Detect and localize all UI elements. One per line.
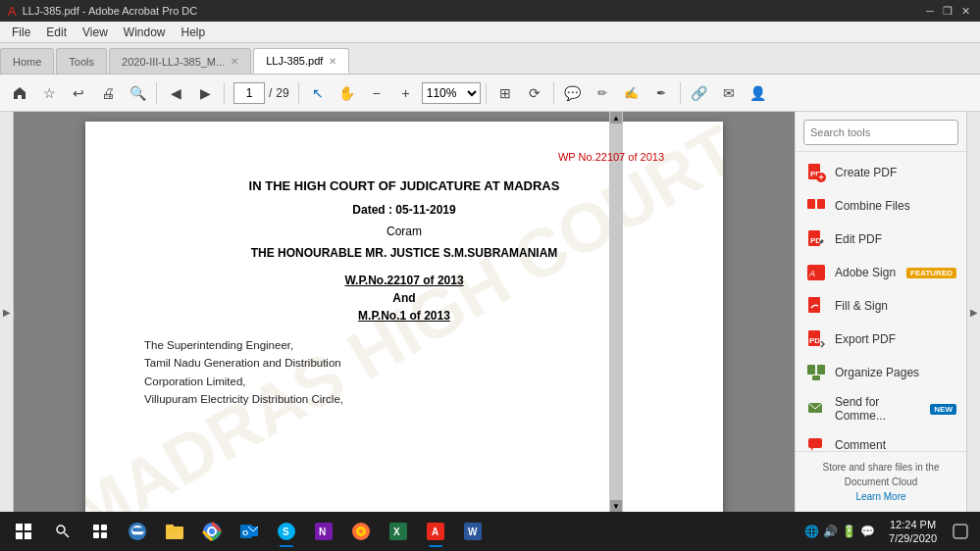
page-input[interactable] xyxy=(233,82,265,104)
svg-point-18 xyxy=(57,526,65,533)
svg-rect-24 xyxy=(166,526,183,539)
menu-file[interactable]: File xyxy=(4,24,38,41)
task-view-btn[interactable] xyxy=(82,514,118,549)
svg-rect-20 xyxy=(93,525,99,530)
toolbar-zoom-in-btn[interactable]: + xyxy=(392,79,420,107)
fill-sign-icon xyxy=(805,295,827,317)
toolbar-highlight-btn[interactable]: ✏ xyxy=(589,79,616,107)
taskbar-notification-area[interactable] xyxy=(945,514,976,549)
tab-home[interactable]: Home xyxy=(0,48,54,74)
organize-pages-icon xyxy=(805,362,827,383)
tray-battery-icon[interactable]: 🔋 xyxy=(842,525,856,538)
toolbar-prev-page-btn[interactable]: ◀ xyxy=(162,79,189,107)
menu-edit[interactable]: Edit xyxy=(38,24,75,41)
pdf-line-3: Corporation Limited, xyxy=(144,373,664,390)
menu-window[interactable]: Window xyxy=(116,24,174,41)
right-panel-toggle[interactable]: ▶ xyxy=(966,112,980,512)
svg-text:O: O xyxy=(242,528,248,537)
tray-notification-icon[interactable]: 💬 xyxy=(860,525,875,538)
toolbar-select-tool[interactable]: ↖ xyxy=(304,79,332,107)
taskbar-app-excel[interactable]: X xyxy=(381,514,416,549)
taskbar-search-btn[interactable] xyxy=(45,514,80,549)
tool-combine-files[interactable]: Combine Files xyxy=(796,189,966,223)
clock-date: 7/29/2020 xyxy=(889,531,937,545)
toolbar-print-btn[interactable]: 🖨 xyxy=(94,79,122,107)
tool-export-pdf[interactable]: PDF Export PDF xyxy=(796,323,966,356)
toolbar-home-btn[interactable] xyxy=(6,79,33,107)
minimize-button[interactable]: ─ xyxy=(923,4,937,18)
tab-llj-long[interactable]: 2020-III-LLJ-385_M... ✕ xyxy=(109,48,251,74)
svg-line-19 xyxy=(65,533,70,538)
tab-llj-long-close[interactable]: ✕ xyxy=(231,56,238,67)
tray-network-icon[interactable]: 🌐 xyxy=(804,525,819,538)
menu-help[interactable]: Help xyxy=(174,24,214,41)
tool-create-pdf[interactable]: PDF + Create PDF xyxy=(796,156,966,189)
tool-organize-pages[interactable]: Organize Pages xyxy=(796,356,966,389)
taskbar-app-word[interactable]: W xyxy=(455,514,490,549)
toolbar-user-btn[interactable]: 👤 xyxy=(745,79,772,107)
export-pdf-icon: PDF xyxy=(805,328,827,350)
tab-tools[interactable]: Tools xyxy=(56,48,107,74)
title-bar: A LLJ-385.pdf - Adobe Acrobat Pro DC ─ ❒… xyxy=(0,0,980,22)
maximize-button[interactable]: ❒ xyxy=(941,4,954,18)
toolbar: ☆ ↩ 🖨 🔍 ◀ ▶ / 29 ↖ ✋ − + 110% 100% 75% 5… xyxy=(0,75,980,112)
footer-learn-more-link[interactable]: Learn More xyxy=(855,491,905,502)
combine-files-label: Combine Files xyxy=(835,199,956,213)
tab-bar: Home Tools 2020-III-LLJ-385_M... ✕ LLJ-3… xyxy=(0,43,980,75)
toolbar-zoom-out-btn[interactable]: − xyxy=(363,79,390,107)
toolbar-sep-5 xyxy=(553,82,554,104)
taskbar-app-outlook[interactable]: O xyxy=(232,514,267,549)
pdf-coram: Coram xyxy=(144,225,664,238)
toolbar-comment-btn[interactable]: 💬 xyxy=(559,79,587,107)
scroll-down-btn[interactable]: ▼ xyxy=(610,500,622,512)
window-controls[interactable]: ─ ❒ ✕ xyxy=(923,4,972,18)
tool-send-for-comment[interactable]: Send for Comme... NEW xyxy=(796,389,966,428)
toolbar-redact-btn[interactable]: ✒ xyxy=(647,79,675,107)
toolbar-more-btn[interactable]: 🔗 xyxy=(686,79,713,107)
svg-text:A: A xyxy=(808,269,815,278)
taskbar-app-explorer[interactable] xyxy=(157,514,192,549)
tray-volume-icon[interactable]: 🔊 xyxy=(823,525,838,538)
search-tools-section xyxy=(796,112,966,152)
taskbar-app-skype[interactable]: S xyxy=(269,514,304,549)
page-sep: / xyxy=(269,86,272,100)
toolbar-share-btn[interactable]: ✉ xyxy=(715,79,743,107)
zoom-select[interactable]: 110% 100% 75% 50% 125% 150% xyxy=(422,82,481,104)
pdf-area: MADRAS HIGH COURT WP No.22107 of 2013 IN… xyxy=(14,112,795,512)
taskbar-app-firefox[interactable] xyxy=(343,514,379,549)
taskbar-clock[interactable]: 12:24 PM 7/29/2020 xyxy=(883,518,943,546)
taskbar-app-edge[interactable] xyxy=(120,514,155,549)
menu-view[interactable]: View xyxy=(75,24,116,41)
toolbar-back-btn[interactable]: ↩ xyxy=(65,79,92,107)
pdf-court-title: IN THE HIGH COURT OF JUDICATURE AT MADRA… xyxy=(144,178,664,193)
organize-pages-label: Organize Pages xyxy=(835,366,956,379)
taskbar-app-onenote[interactable]: N xyxy=(306,514,341,549)
toolbar-draw-btn[interactable]: ✍ xyxy=(618,79,645,107)
close-button[interactable]: ✕ xyxy=(958,4,972,18)
toolbar-rotate-btn[interactable]: ⟳ xyxy=(521,79,548,107)
toolbar-hand-tool[interactable]: ✋ xyxy=(334,79,361,107)
taskbar-app-acrobat[interactable]: A xyxy=(418,514,453,549)
tool-comment[interactable]: Comment xyxy=(796,428,966,451)
start-button[interactable] xyxy=(4,514,43,549)
right-panel-footer: Store and share files in the Document Cl… xyxy=(796,451,966,512)
taskbar-app-chrome[interactable] xyxy=(194,514,230,549)
toolbar-bookmark-btn[interactable]: ☆ xyxy=(35,79,63,107)
tool-fill-sign[interactable]: Fill & Sign xyxy=(796,289,966,323)
toolbar-page-layout-btn[interactable]: ⊞ xyxy=(491,79,519,107)
tool-edit-pdf[interactable]: PDF Edit PDF xyxy=(796,223,966,256)
svg-point-38 xyxy=(359,529,363,533)
tab-llj-385[interactable]: LLJ-385.pdf ✕ xyxy=(253,48,349,74)
tool-adobe-sign[interactable]: A Adobe Sign FEATURED xyxy=(796,256,966,289)
scroll-up-btn[interactable]: ▲ xyxy=(610,112,622,124)
pdf-mp-number: M.P.No.1 of 2013 xyxy=(144,309,664,323)
search-tools-input[interactable] xyxy=(803,120,958,145)
taskbar-apps: O S N xyxy=(120,514,797,549)
toolbar-sep-2 xyxy=(224,82,225,104)
pdf-content: WP No.22107 of 2013 IN THE HIGH COURT OF… xyxy=(144,151,664,409)
tab-llj-385-close[interactable]: ✕ xyxy=(329,56,336,67)
tab-llj-385-label: LLJ-385.pdf xyxy=(266,55,323,67)
toolbar-find-btn[interactable]: 🔍 xyxy=(124,79,151,107)
left-panel-toggle[interactable]: ▶ xyxy=(0,112,14,512)
toolbar-next-page-btn[interactable]: ▶ xyxy=(191,79,219,107)
